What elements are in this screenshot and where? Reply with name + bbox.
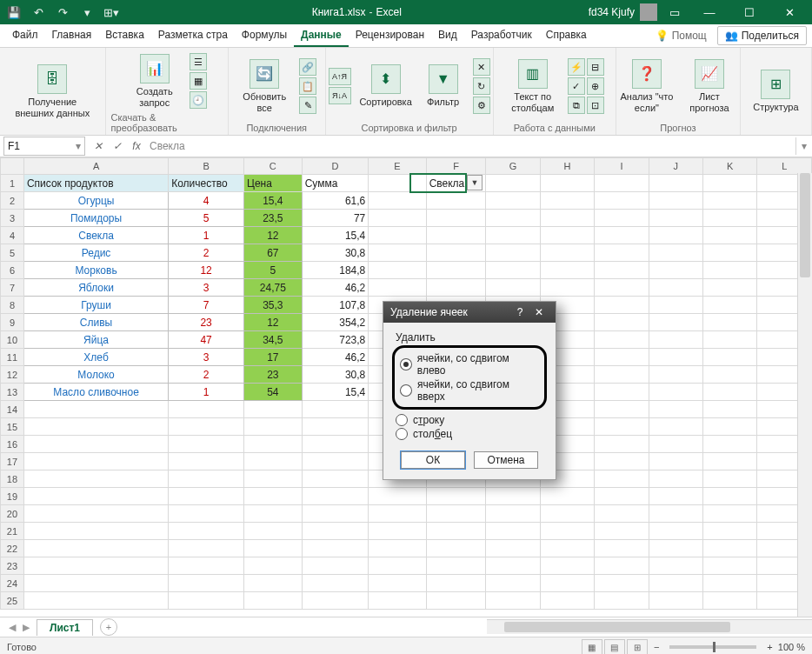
row-header[interactable]: 9 xyxy=(1,314,24,331)
cell[interactable] xyxy=(23,470,168,488)
cell[interactable]: Редис xyxy=(23,244,168,262)
cell[interactable]: 15,4 xyxy=(302,227,369,244)
consolidate-button[interactable]: ⊕ xyxy=(587,77,604,95)
cell[interactable] xyxy=(244,453,303,470)
cell[interactable] xyxy=(23,540,168,557)
cell[interactable]: 47 xyxy=(169,331,244,349)
sort-asc-button[interactable]: А↑Я xyxy=(329,68,351,85)
cell[interactable] xyxy=(649,505,702,523)
cell[interactable] xyxy=(369,175,426,192)
help-icon[interactable]: ? xyxy=(510,306,529,318)
row-header[interactable]: 16 xyxy=(1,436,24,453)
cell[interactable] xyxy=(426,540,486,557)
cell[interactable] xyxy=(169,523,244,540)
cell[interactable]: Хлеб xyxy=(23,349,168,366)
tab-formulas[interactable]: Формулы xyxy=(235,24,294,47)
qat-more-icon[interactable]: ▾ xyxy=(80,5,94,19)
cell[interactable] xyxy=(244,592,303,610)
tab-help[interactable]: Справка xyxy=(539,24,594,47)
cell[interactable]: Количество xyxy=(169,175,244,192)
cell[interactable] xyxy=(595,470,649,488)
cell[interactable] xyxy=(649,314,702,331)
cell[interactable] xyxy=(369,279,426,297)
remove-dup-button[interactable]: ⊟ xyxy=(587,58,604,76)
cell[interactable] xyxy=(169,505,244,523)
row-header[interactable]: 3 xyxy=(1,210,24,227)
cell[interactable] xyxy=(649,592,702,610)
cell[interactable] xyxy=(369,557,426,575)
properties-button[interactable]: 📋 xyxy=(299,77,316,95)
column-header[interactable]: L xyxy=(757,158,812,175)
column-header[interactable]: E xyxy=(369,158,426,175)
cell[interactable] xyxy=(703,470,757,488)
cell[interactable] xyxy=(302,540,369,557)
row-header[interactable]: 6 xyxy=(1,262,24,279)
row-header[interactable]: 21 xyxy=(1,523,24,540)
ok-button[interactable]: ОК xyxy=(401,451,465,469)
cell[interactable]: 30,8 xyxy=(302,244,369,262)
cell[interactable] xyxy=(169,401,244,418)
cell[interactable] xyxy=(649,192,702,210)
tab-review[interactable]: Рецензирован xyxy=(349,24,431,47)
cell[interactable] xyxy=(595,540,649,557)
cell[interactable] xyxy=(595,297,649,314)
cell[interactable] xyxy=(703,366,757,384)
cell[interactable] xyxy=(703,244,757,262)
enter-formula-icon[interactable]: ✓ xyxy=(108,137,127,155)
close-icon[interactable]: ✕ xyxy=(529,306,549,318)
column-header[interactable]: C xyxy=(244,158,303,175)
view-page-break-icon[interactable]: ⊞ xyxy=(627,639,648,654)
cell[interactable]: 34,5 xyxy=(244,331,303,349)
cell[interactable] xyxy=(703,575,757,592)
advanced-filter-button[interactable]: ⚙ xyxy=(473,97,490,114)
cell[interactable] xyxy=(595,227,649,244)
zoom-out-icon[interactable]: − xyxy=(654,642,659,652)
cell[interactable] xyxy=(703,592,757,610)
cell[interactable] xyxy=(703,453,757,470)
row-header[interactable]: 22 xyxy=(1,540,24,557)
from-table-button[interactable]: ▦ xyxy=(190,72,207,90)
cell[interactable]: 17 xyxy=(244,349,303,366)
cell[interactable] xyxy=(302,592,369,610)
cell[interactable] xyxy=(426,488,486,505)
cell[interactable] xyxy=(302,523,369,540)
cell[interactable]: 61,6 xyxy=(302,192,369,210)
cell[interactable] xyxy=(703,557,757,575)
cell[interactable]: 15,4 xyxy=(244,192,303,210)
row-header[interactable]: 19 xyxy=(1,488,24,505)
cell[interactable] xyxy=(703,297,757,314)
cell[interactable] xyxy=(703,436,757,453)
close-icon[interactable]: ✕ xyxy=(772,0,807,24)
cell[interactable]: 354,2 xyxy=(302,314,369,331)
cell[interactable] xyxy=(244,575,303,592)
cell[interactable] xyxy=(486,227,540,244)
cell[interactable]: 35,3 xyxy=(244,297,303,314)
cell[interactable] xyxy=(369,488,426,505)
cell[interactable] xyxy=(302,436,369,453)
cell[interactable] xyxy=(486,488,540,505)
cell[interactable]: Помидоры xyxy=(23,210,168,227)
get-external-data-button[interactable]: 🗄Получение внешних данных xyxy=(7,63,97,120)
cell[interactable] xyxy=(649,453,702,470)
cell[interactable] xyxy=(169,540,244,557)
view-normal-icon[interactable]: ▦ xyxy=(582,639,602,654)
cell[interactable] xyxy=(486,192,540,210)
new-query-button[interactable]: 📊Создать запрос xyxy=(126,52,183,110)
cell[interactable] xyxy=(244,488,303,505)
cell[interactable] xyxy=(595,384,649,401)
cell[interactable] xyxy=(595,592,649,610)
vertical-scrollbar[interactable] xyxy=(797,173,812,617)
calc-icon[interactable]: ⊞▾ xyxy=(104,5,118,19)
flash-fill-button[interactable]: ⚡ xyxy=(568,58,585,76)
cell[interactable] xyxy=(595,331,649,349)
row-header[interactable]: 12 xyxy=(1,366,24,384)
cell[interactable] xyxy=(23,488,168,505)
row-header[interactable]: 15 xyxy=(1,418,24,436)
outline-button[interactable]: ⊞Структура xyxy=(747,68,804,115)
option-shift-up[interactable]: ячейки, со сдвигом вверх xyxy=(400,377,539,404)
maximize-icon[interactable]: ☐ xyxy=(732,0,767,24)
name-box[interactable]: F1▾ xyxy=(3,137,85,156)
cell[interactable] xyxy=(703,349,757,366)
zoom-in-icon[interactable]: + xyxy=(767,642,772,652)
dialog-titlebar[interactable]: Удаление ячеек ? ✕ xyxy=(383,302,556,323)
